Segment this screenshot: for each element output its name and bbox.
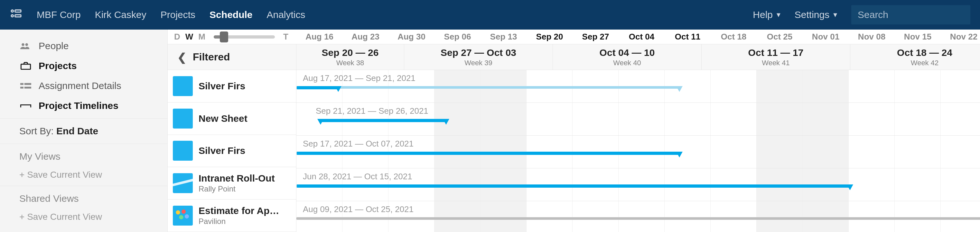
- timeline-marker[interactable]: [317, 119, 324, 125]
- date-col[interactable]: Sep 13: [480, 32, 527, 42]
- sidebar: People Projects Assignment Details Proje…: [0, 30, 167, 232]
- my-views-header: My Views: [0, 147, 167, 166]
- date-col[interactable]: Sep 27: [573, 32, 619, 42]
- date-col[interactable]: Nov 01: [803, 32, 849, 42]
- zoom-week[interactable]: W: [185, 32, 193, 42]
- caret-down-icon: ▼: [775, 11, 782, 19]
- week-number: Week 40: [613, 59, 641, 67]
- nav-items: MBF Corp Kirk Caskey Projects Schedule A…: [37, 9, 305, 20]
- date-col[interactable]: Sep 06: [434, 32, 480, 42]
- svg-point-5: [25, 43, 28, 46]
- search-input[interactable]: [851, 5, 970, 24]
- sidebar-item-projects[interactable]: Projects: [0, 56, 167, 76]
- date-col[interactable]: Oct 04: [619, 32, 665, 42]
- sidebar-item-assignment-details[interactable]: Assignment Details: [0, 76, 167, 96]
- help-label: Help: [753, 9, 773, 20]
- nav-analytics[interactable]: Analytics: [266, 9, 305, 20]
- nav-org[interactable]: MBF Corp: [37, 9, 81, 20]
- zoom-day[interactable]: D: [174, 32, 180, 42]
- timeline-bar[interactable]: [296, 185, 850, 188]
- zoom-month[interactable]: M: [198, 32, 205, 42]
- save-current-view[interactable]: + Save Current View: [0, 166, 167, 183]
- project-subtitle: Pavilion: [199, 217, 279, 226]
- zoom-slider[interactable]: [214, 35, 275, 39]
- date-col[interactable]: Aug 30: [388, 32, 434, 42]
- date-col[interactable]: Nov 08: [849, 32, 895, 42]
- date-col[interactable]: Aug 16: [296, 32, 342, 42]
- settings-menu[interactable]: Settings ▼: [795, 9, 838, 20]
- timeline-row[interactable]: Sep 17, 2021 — Oct 07, 2021: [296, 136, 980, 168]
- top-nav: MBF Corp Kirk Caskey Projects Schedule A…: [0, 0, 980, 30]
- week-number: Week 41: [762, 59, 789, 67]
- sidebar-item-label: Assignment Details: [39, 80, 121, 91]
- week-header[interactable]: Sep 27 — Oct 03Week 39: [404, 44, 553, 70]
- week-header[interactable]: Oct 18 — 24Week 42: [850, 44, 980, 70]
- week-range: Sep 27 — Oct 03: [441, 47, 516, 58]
- svg-rect-6: [21, 64, 30, 69]
- week-range: Oct 11 — 17: [748, 47, 803, 58]
- svg-point-0: [11, 10, 14, 12]
- project-thumbnail: [173, 109, 193, 129]
- scale-bar: D W M T Aug 16Aug 23Aug 30Sep 06Sep 13Se…: [168, 30, 980, 44]
- body: People Projects Assignment Details Proje…: [0, 30, 980, 232]
- svg-point-4: [22, 43, 24, 46]
- slider-thumb[interactable]: [220, 32, 228, 43]
- timeline-row[interactable]: Aug 17, 2021 — Sep 21, 2021: [296, 70, 980, 103]
- timeline-row[interactable]: Jun 28, 2021 — Oct 15, 2021: [296, 168, 980, 201]
- project-row[interactable]: Silver Firs: [168, 135, 296, 167]
- timeline-bar[interactable]: [319, 119, 446, 122]
- app-logo-icon[interactable]: [10, 8, 22, 21]
- app-root: MBF Corp Kirk Caskey Projects Schedule A…: [0, 0, 980, 232]
- sidebar-item-label: Project Timelines: [39, 100, 118, 111]
- project-row[interactable]: Silver Firs: [168, 70, 296, 103]
- timeline-marker[interactable]: [847, 185, 853, 190]
- timeline-marker[interactable]: [676, 152, 682, 158]
- sidebar-item-people[interactable]: People: [0, 36, 167, 56]
- timeline-bar[interactable]: [296, 152, 679, 155]
- save-current-view-shared[interactable]: + Save Current View: [0, 208, 167, 225]
- project-daterange: Sep 17, 2021 — Oct 07, 2021: [303, 139, 414, 149]
- timeline-marker[interactable]: [676, 86, 682, 92]
- zoom-today[interactable]: T: [283, 32, 288, 42]
- date-col[interactable]: Oct 11: [665, 32, 711, 42]
- timeline-marker[interactable]: [335, 86, 342, 92]
- filter-back[interactable]: ❮ Filtered: [168, 44, 296, 70]
- week-header[interactable]: Oct 04 — 10Week 40: [553, 44, 702, 70]
- project-row[interactable]: Estimate for Ap…Pavilion: [168, 200, 296, 232]
- nav-projects[interactable]: Projects: [161, 9, 196, 20]
- chevron-left-icon: ❮: [177, 51, 186, 64]
- date-col[interactable]: Oct 18: [711, 32, 757, 42]
- date-col[interactable]: Aug 23: [342, 32, 388, 42]
- timeline-bar[interactable]: [296, 217, 980, 220]
- timeline-row[interactable]: Aug 09, 2021 — Oct 25, 2021: [296, 201, 980, 232]
- sort-by-label: Sort By:: [19, 126, 56, 136]
- row-tracks[interactable]: Aug 17, 2021 — Sep 21, 2021Sep 21, 2021 …: [296, 70, 980, 232]
- schedule-main: D W M T Aug 16Aug 23Aug 30Sep 06Sep 13Se…: [167, 30, 980, 232]
- week-header[interactable]: Sep 20 — 26Week 38: [296, 44, 404, 70]
- nav-schedule[interactable]: Schedule: [210, 9, 252, 20]
- sidebar-item-project-timelines[interactable]: Project Timelines: [0, 96, 167, 116]
- date-col[interactable]: Oct 25: [757, 32, 803, 42]
- date-col[interactable]: Nov 15: [895, 32, 941, 42]
- project-row[interactable]: Intranet Roll-OutRally Point: [168, 167, 296, 200]
- people-icon: [19, 42, 32, 50]
- shared-views-header: Shared Views: [0, 189, 167, 208]
- timeline-bar[interactable]: [296, 86, 338, 89]
- timeline-marker[interactable]: [443, 119, 449, 125]
- sort-by[interactable]: Sort By: End Date: [0, 121, 167, 141]
- project-row[interactable]: New Sheet: [168, 103, 296, 135]
- date-col[interactable]: Sep 20: [527, 32, 573, 42]
- week-header[interactable]: Oct 11 — 17Week 41: [702, 44, 850, 70]
- sub-header: ❮ Filtered Sep 20 — 26Week 38Sep 27 — Oc…: [168, 44, 980, 70]
- project-thumbnail: [173, 141, 193, 161]
- project-daterange: Jun 28, 2021 — Oct 15, 2021: [303, 172, 412, 181]
- sidebar-item-label: Projects: [39, 60, 76, 71]
- project-daterange: Aug 09, 2021 — Oct 25, 2021: [303, 204, 414, 214]
- timeline-bar[interactable]: [338, 86, 679, 89]
- nav-user[interactable]: Kirk Caskey: [95, 9, 146, 20]
- timeline-row[interactable]: Sep 21, 2021 — Sep 26, 2021: [296, 103, 980, 136]
- help-menu[interactable]: Help ▼: [753, 9, 782, 20]
- caret-down-icon: ▼: [832, 11, 838, 19]
- project-title: Silver Firs: [199, 145, 245, 156]
- date-col[interactable]: Nov 22: [941, 32, 980, 42]
